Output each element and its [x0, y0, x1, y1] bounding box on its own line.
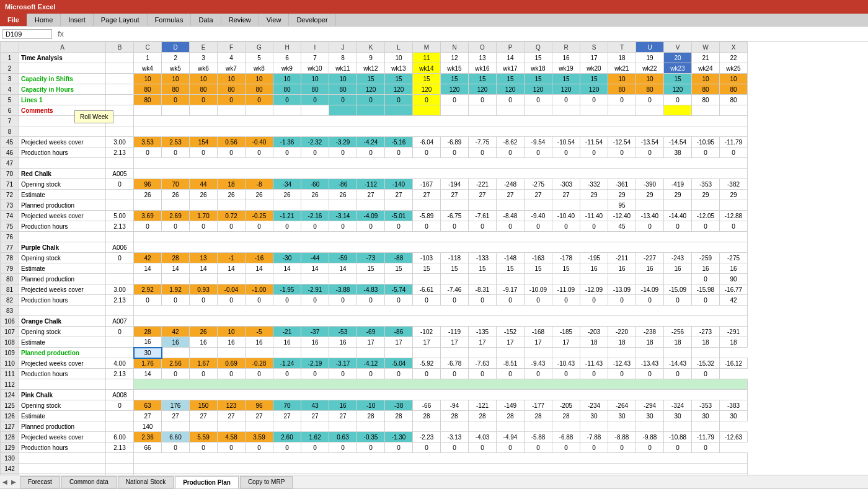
sheet-tabs-bar: ◀ ▶ Forecast Common data National Stock …	[0, 475, 868, 488]
purple-chalk-header-row: 77 Purple Chalk A006	[1, 242, 748, 253]
table-row: 8	[1, 126, 748, 137]
col-header-g: G	[246, 42, 273, 53]
table-row: 83	[1, 306, 748, 316]
table-row: 79 Estimate 1414 1414 1414 1414 1515 151…	[1, 263, 748, 274]
col-header-i: I	[301, 42, 329, 53]
table-row: 1 Time Analysis 1 2 3 4 5 6 7 8 9 10 11 …	[1, 53, 748, 63]
table-row: 2 wk4 wk5 wk6 wk7 wk8 wk9 wk10 wk11 wk12…	[1, 63, 748, 74]
table-row: 130	[1, 453, 748, 464]
ribbon-tabs: File Home Insert Page Layout Formulas Da…	[0, 14, 868, 26]
col-header-d[interactable]: D	[162, 42, 190, 53]
lines-row: 5 Lines 1 80 0 0 0 0 0 0 0 0 0 0 0 0 0 0…	[1, 95, 748, 105]
sheet-nav-prev[interactable]: ◀	[2, 478, 7, 485]
table-row: 78 Opening stock 0 42 28 13 -1 -16 -30 -…	[1, 253, 748, 263]
table-row: 112	[1, 379, 748, 390]
col-header-f: F	[218, 42, 246, 53]
table-row: 75 Production hours 2.13 00 00 00 00 00 …	[1, 221, 748, 232]
col-header-l: L	[385, 42, 413, 53]
table-row: 111 Production hours 2.13 14 00 00 00 00…	[1, 369, 748, 379]
table-row: 110 Projected weeks cover 4.00 1.76 2.56…	[1, 358, 748, 369]
sheet-nav-next[interactable]: ▶	[11, 478, 16, 485]
purple-chalk-label: Purple Chalk	[19, 242, 106, 253]
col-header-s: S	[580, 42, 608, 53]
sheet-tab-forecast[interactable]: Forecast	[20, 476, 60, 488]
col-header-p: P	[497, 42, 525, 53]
red-chalk-header-row: 70 Red Chalk A005	[1, 169, 748, 179]
table-row: 82 Production hours 2.13 00 00 00 00 00 …	[1, 295, 748, 306]
col-header-q: Q	[525, 42, 552, 53]
pink-chalk-label: Pink Chalk	[19, 390, 106, 400]
table-row: 127 Planned production 140	[1, 421, 748, 432]
capacity-shifts-label[interactable]: Capacity in Shifts	[19, 74, 106, 84]
tab-review[interactable]: Review	[221, 14, 259, 26]
prod-hours-row-46: 46 Production hours 2.13 0 0 0 0 0 0 0 0…	[1, 148, 748, 158]
capacity-hours-label[interactable]: Capacity in Hours	[19, 84, 106, 95]
sheet-tab-production-plan[interactable]: Production Plan	[175, 476, 239, 488]
roll-week-popup[interactable]: Roll Week	[74, 110, 113, 123]
col-header-n: N	[441, 42, 469, 53]
col-header-a: A	[19, 42, 106, 53]
tab-insert[interactable]: Insert	[61, 14, 94, 26]
table-row: 129 Production hours 2.13 66 00 00 00 00…	[1, 443, 748, 453]
col-header-v: V	[664, 42, 692, 53]
spreadsheet-container[interactable]: A B C D E F G H I J K L M N O P Q R S T …	[0, 42, 868, 475]
formula-input[interactable]	[67, 30, 866, 38]
col-header-u: U	[636, 42, 664, 53]
table-row: 73 Planned production 95	[1, 200, 748, 211]
orange-chalk-label: Orange Chalk	[19, 316, 106, 327]
projected-weeks-row: 45 Projected weeks cover 3.00 3.53 2.53 …	[1, 137, 748, 148]
tab-developer[interactable]: Developer	[289, 14, 335, 26]
tab-view[interactable]: View	[259, 14, 290, 26]
name-box[interactable]	[2, 29, 52, 39]
tab-page-layout[interactable]: Page Layout	[94, 14, 148, 26]
table-row: 125 Opening stock 0 63 176 150 123 96 70…	[1, 400, 748, 411]
red-chalk-label: Red Chalk	[19, 169, 106, 179]
sheet-tab-copy-to-mrp[interactable]: Copy to MRP	[240, 476, 293, 488]
col-header-x: X	[720, 42, 748, 53]
table-row: 109 Planned production 30	[1, 348, 748, 358]
ribbon: File Home Insert Page Layout Formulas Da…	[0, 14, 868, 27]
table-row: 76	[1, 232, 748, 242]
tab-formulas[interactable]: Formulas	[148, 14, 192, 26]
cell-d109[interactable]: 30	[134, 348, 162, 358]
table-row: 128 Projected weeks cover 6.00 2.36 6.60…	[1, 432, 748, 443]
tab-home[interactable]: Home	[27, 14, 61, 26]
table-row: 108 Estimate 16 16 1616 1616 1616 1717 1…	[1, 337, 748, 348]
row-num-1: 1	[1, 53, 19, 63]
corner-cell	[1, 42, 19, 53]
spreadsheet-table: A B C D E F G H I J K L M N O P Q R S T …	[0, 42, 748, 475]
col-header-m: M	[413, 42, 441, 53]
table-row: 126 Estimate 2727 2727 2727 2727 2828 28…	[1, 411, 748, 421]
table-row: 107 Opening stock 0 28 42 26 10 -5 -21 -…	[1, 327, 748, 337]
table-row: 80 Planned production 090	[1, 274, 748, 284]
col-header-j: J	[329, 42, 357, 53]
orange-chalk-header-row: 106 Orange Chalk A007	[1, 316, 748, 327]
fx-icon: fx	[55, 30, 67, 38]
cell-a1[interactable]: Time Analysis	[19, 53, 106, 63]
capacity-hours-row: 4 Capacity in Hours 80 80 80 80 80 80 80…	[1, 84, 748, 95]
sheet-tab-national-stock[interactable]: National Stock	[118, 476, 174, 488]
col-header-r: R	[552, 42, 580, 53]
table-row: 71 Opening stock 0 96 70 44 18 -8 -34 -6…	[1, 179, 748, 190]
col-header-b: B	[106, 42, 134, 53]
col-header-w: W	[692, 42, 720, 53]
pink-chalk-header-row: 124 Pink Chalk A008	[1, 390, 748, 400]
capacity-shifts-row: 3 Capacity in Shifts 10 10 10 10 10 10 1…	[1, 74, 748, 84]
lines-label[interactable]: Lines 1	[19, 95, 106, 105]
col-header-k: K	[357, 42, 385, 53]
col-header-h: H	[273, 42, 301, 53]
tab-data[interactable]: Data	[191, 14, 221, 26]
planned-prod-109-label: Planned production	[19, 348, 106, 358]
table-row: 81 Projected weeks cover 3.00 2.92 1.92 …	[1, 284, 748, 295]
col-header-c: C	[134, 42, 162, 53]
col-header-t: T	[608, 42, 636, 53]
col-header-o: O	[469, 42, 497, 53]
table-row: 72 Estimate 2626 2626 2626 2626 2727 272…	[1, 190, 748, 200]
tab-file[interactable]: File	[0, 14, 27, 26]
app-title: Microsoft Excel	[5, 3, 55, 11]
table-row: 142	[1, 464, 748, 474]
title-bar: Microsoft Excel	[0, 0, 868, 14]
col-header-e: E	[190, 42, 218, 53]
sheet-tab-common-data[interactable]: Common data	[61, 476, 117, 488]
proj-weeks-label-45: Projected weeks cover	[19, 137, 106, 148]
